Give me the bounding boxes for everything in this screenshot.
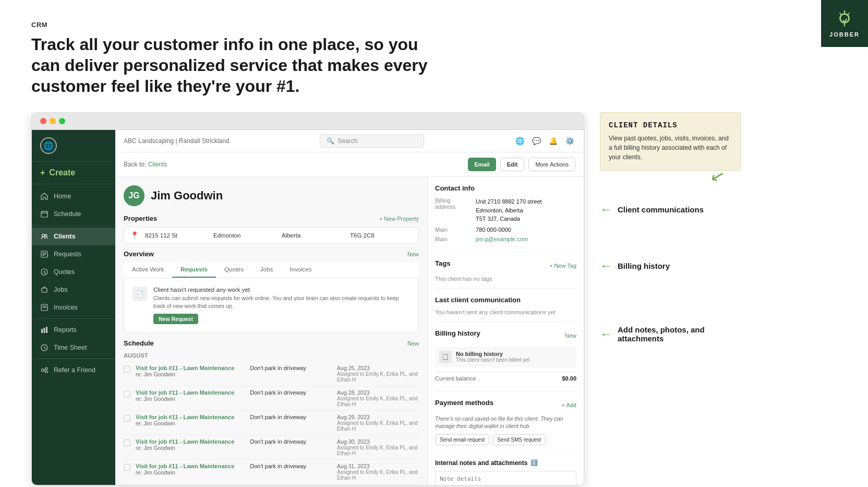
- svg-point-26: [45, 371, 47, 373]
- email-button[interactable]: Email: [468, 158, 496, 171]
- tab-invoices[interactable]: Invoices: [281, 262, 320, 278]
- job-title: Visit for job #11 - Lawn Maintenance: [136, 389, 245, 396]
- topbar-search-box[interactable]: 🔍 Search: [320, 134, 424, 148]
- sidebar-item-home[interactable]: Home: [32, 187, 115, 205]
- sidebar-item-quotes[interactable]: $ Quotes: [32, 263, 115, 281]
- last-comm-title: Last client communication: [435, 296, 576, 304]
- last-comm-text: You haven't sent any client communicatio…: [435, 309, 576, 315]
- browser-dot-green: [59, 118, 65, 124]
- requests-label: Requests: [54, 251, 81, 258]
- jobber-logo-text: JOBBER: [829, 31, 860, 38]
- bell-icon[interactable]: 🔔: [548, 136, 559, 146]
- payment-methods-header: Payment methods + Add: [435, 399, 576, 412]
- annotation-notes: ← Add notes, photos, and attachments: [600, 325, 741, 343]
- send-sms-request-button[interactable]: Send SMS request: [492, 434, 546, 445]
- sidebar-item-clients[interactable]: Clients: [32, 228, 115, 245]
- clock-icon: [40, 343, 49, 352]
- sidebar-item-requests[interactable]: Requests: [32, 245, 115, 263]
- property-postal: T6G 2C8: [350, 232, 412, 239]
- callout-arrow: ↙: [708, 164, 727, 187]
- property-city: Edmonton: [213, 232, 275, 239]
- annotation-panel: CLIENT DETAILS View past quotes, jobs, v…: [595, 112, 741, 343]
- overview-title: Overview: [124, 250, 154, 258]
- billing-no-history-title: No billing history: [456, 351, 529, 357]
- schedule-item: Visit for job #11 - Lawn Maintenance re:…: [124, 460, 419, 484]
- properties-header: Properties + New Property: [124, 215, 419, 222]
- send-email-request-button[interactable]: Send email request: [435, 434, 489, 445]
- sidebar-item-jobs[interactable]: Jobs: [32, 281, 115, 299]
- schedule-date: Aug 30, 2023 Assigned to Emily K, Erika …: [337, 438, 419, 456]
- schedule-checkbox[interactable]: [124, 366, 130, 373]
- refer-label: Refer a Friend: [54, 366, 95, 374]
- schedule-new-link[interactable]: New: [407, 340, 419, 347]
- schedule-header: Schedule New: [124, 339, 419, 347]
- notes-textarea[interactable]: [435, 471, 576, 485]
- job-sub: re: Jim Goodwin: [136, 469, 245, 476]
- current-balance-value: $0.00: [562, 375, 576, 382]
- schedule-checkbox[interactable]: [124, 464, 130, 471]
- overview-new-link[interactable]: New: [407, 251, 419, 257]
- add-tag-link[interactable]: + New Tag: [549, 263, 576, 269]
- sidebar-item-invoices[interactable]: Invoices: [32, 299, 115, 316]
- clients-back-link[interactable]: Clients: [148, 161, 167, 168]
- schedule-checkbox[interactable]: [124, 440, 130, 446]
- schedule-note: Don't park in driveway: [250, 389, 332, 396]
- schedule-item: Visit for job #11 - Lawn Maintenance re:…: [124, 362, 419, 386]
- tags-title: Tags: [435, 259, 450, 267]
- new-request-button[interactable]: New Request: [153, 314, 198, 324]
- contact-info-title: Contact info: [435, 184, 576, 192]
- client-actions: Email Edit More Actions: [468, 158, 575, 171]
- sidebar-item-timesheet[interactable]: Time Sheet: [32, 339, 115, 357]
- billing-new-link[interactable]: New: [565, 332, 576, 339]
- add-payment-link[interactable]: + Add: [562, 402, 576, 408]
- contact-info-section: Contact info Billing address Unit 2710 8…: [435, 184, 576, 252]
- schedule-job-info: Visit for job #11 - Lawn Maintenance re:…: [136, 463, 245, 476]
- message-icon[interactable]: 💬: [532, 136, 542, 146]
- schedule-item: Visit for job #11 - Lawn Maintenance re:…: [124, 411, 419, 435]
- timesheet-label: Time Sheet: [54, 344, 87, 351]
- sidebar-item-schedule[interactable]: Schedule: [32, 205, 115, 223]
- tab-jobs[interactable]: Jobs: [252, 262, 281, 278]
- content-area: JG Jim Goodwin Properties + New Property…: [115, 177, 584, 485]
- schedule-date: Aug 25, 2023 Assigned to Emily K, Erika …: [337, 365, 419, 383]
- more-actions-label: More Actions: [535, 161, 569, 168]
- quotes-label: Quotes: [54, 268, 75, 276]
- billing-address-value: Unit 2710 8882 170 streetEdmonton, Alber…: [476, 197, 542, 223]
- settings-icon[interactable]: ⚙️: [565, 136, 575, 146]
- empty-state: 📄 Client hasn't requested any work yet C…: [132, 287, 410, 324]
- payment-methods-text: There's no card saved on file for this c…: [435, 415, 576, 430]
- sidebar-globe-icon[interactable]: 🌐: [40, 137, 57, 154]
- current-balance-label: Current balance: [435, 375, 476, 382]
- tab-requests[interactable]: Requests: [172, 262, 216, 278]
- tab-active-work[interactable]: Active Work: [124, 262, 172, 278]
- job-title: Visit for job #11 - Lawn Maintenance: [136, 365, 245, 371]
- create-label: Create: [49, 168, 75, 177]
- sidebar-item-reports[interactable]: Reports: [32, 321, 115, 339]
- billing-address-row: Billing address Unit 2710 8882 170 stree…: [435, 197, 576, 223]
- schedule-checkbox[interactable]: [124, 415, 130, 422]
- plus-icon: +: [40, 168, 45, 177]
- svg-point-7: [45, 234, 47, 236]
- topbar-breadcrumb: ABC Landscaping | Randall Strickland: [124, 137, 230, 145]
- app-layout: 🌐 + Create Home: [32, 130, 584, 485]
- home-label: Home: [54, 193, 71, 200]
- tab-quotes[interactable]: Quotes: [216, 262, 252, 278]
- sidebar-item-refer[interactable]: Refer a Friend: [32, 361, 115, 379]
- browser-dot-yellow: [50, 118, 56, 124]
- globe-icon[interactable]: 🌐: [515, 136, 525, 146]
- payment-methods-title: Payment methods: [435, 399, 493, 407]
- schedule-job-info: Visit for job #11 - Lawn Maintenance re:…: [136, 389, 245, 402]
- schedule-job-info: Visit for job #11 - Lawn Maintenance re:…: [136, 438, 245, 451]
- sidebar-create-button[interactable]: + Create: [32, 162, 115, 184]
- tab-content-requests: 📄 Client hasn't requested any work yet C…: [124, 278, 419, 333]
- empty-state-content: Client hasn't requested any work yet Cli…: [153, 287, 410, 324]
- reports-label: Reports: [54, 326, 77, 334]
- client-header: Back to: Clients Email Edit More Actions: [115, 152, 584, 177]
- add-property-link[interactable]: + New Property: [379, 216, 419, 222]
- sidebar-divider-2: [32, 318, 115, 319]
- property-row: 📍 8215 112 St Edmonton Alberta T6G 2C8: [124, 227, 419, 244]
- schedule-checkbox[interactable]: [124, 390, 130, 397]
- more-actions-button[interactable]: More Actions: [528, 158, 575, 171]
- billing-no-history: 📋 No billing history This client hasn't …: [435, 347, 576, 367]
- edit-button[interactable]: Edit: [500, 158, 525, 171]
